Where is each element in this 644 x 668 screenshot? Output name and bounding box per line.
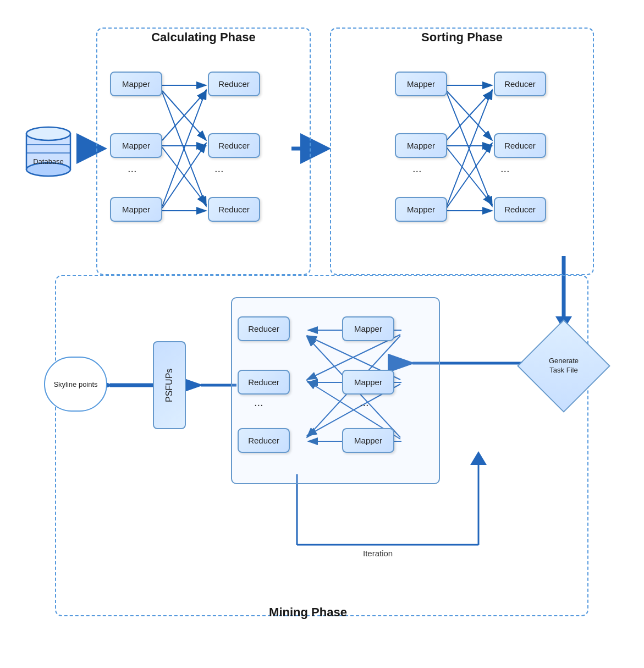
sort-mapper-3: Mapper [395, 197, 447, 222]
calculating-phase-title: Calculating Phase [118, 30, 289, 45]
calc-mapper-3: Mapper [110, 197, 162, 222]
diagram-container: Calculating Phase Mapper Mapper Mapper .… [0, 0, 644, 668]
sort-reducer-dots: ... [500, 162, 510, 175]
mine-mapper-2: Mapper [342, 370, 394, 395]
generate-task-file-label: GenerateTask File [528, 357, 599, 375]
calc-reducer-1: Reducer [208, 72, 260, 96]
calc-reducer-3: Reducer [208, 197, 260, 222]
skyline-points-node: Skyline points [44, 357, 107, 412]
sort-mapper-1: Mapper [395, 72, 447, 96]
sort-mapper-2: Mapper [395, 133, 447, 158]
svg-text:Database: Database [33, 157, 64, 166]
calc-reducer-2: Reducer [208, 133, 260, 158]
calc-mapper-2: Mapper [110, 133, 162, 158]
psfups-box: PSFUPs [153, 341, 186, 429]
sort-mapper-dots: ... [412, 162, 422, 175]
calc-mapper-dots: ... [128, 162, 137, 175]
mine-reducer-dots: ... [254, 396, 263, 409]
sort-reducer-3: Reducer [494, 197, 546, 222]
mine-mapper-dots: ... [360, 396, 369, 409]
calc-mapper-1: Mapper [110, 72, 162, 96]
mine-mapper-3: Mapper [342, 428, 394, 453]
calc-reducer-dots: ... [214, 162, 224, 175]
mine-reducer-3: Reducer [238, 428, 290, 453]
svg-point-46 [26, 127, 70, 140]
mine-mapper-1: Mapper [342, 316, 394, 341]
generate-task-file-container: GenerateTask File [528, 330, 599, 402]
iteration-label: Iteration [363, 549, 393, 558]
mining-phase-title: Mining Phase [247, 605, 368, 620]
mine-reducer-2: Reducer [238, 370, 290, 395]
sorting-phase-box [330, 28, 594, 275]
sorting-phase-title: Sorting Phase [385, 30, 539, 45]
mine-reducer-1: Reducer [238, 316, 290, 341]
sort-reducer-2: Reducer [494, 133, 546, 158]
database-icon: Database [21, 118, 76, 182]
sort-reducer-1: Reducer [494, 72, 546, 96]
